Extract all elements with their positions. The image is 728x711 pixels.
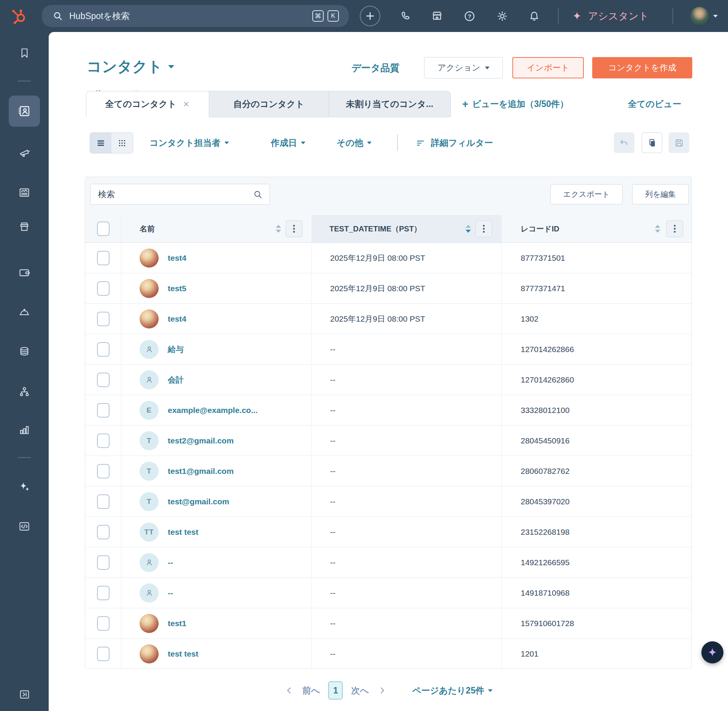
contact-name-link[interactable]: test test bbox=[168, 528, 199, 537]
tab-unassigned-contacts[interactable]: 未割り当てのコンタ... bbox=[329, 91, 451, 117]
sidebar-item-data[interactable] bbox=[14, 341, 35, 362]
global-search-input[interactable] bbox=[69, 11, 306, 21]
row-checkbox[interactable] bbox=[97, 342, 110, 357]
current-page-button[interactable]: 1 bbox=[328, 681, 343, 700]
next-page-button[interactable]: 次へ bbox=[351, 685, 369, 697]
edit-columns-button[interactable]: 列を編集 bbox=[632, 184, 689, 204]
contact-name-link[interactable]: example@example.co... bbox=[168, 406, 258, 415]
row-checkbox[interactable] bbox=[97, 403, 110, 418]
row-checkbox[interactable] bbox=[97, 647, 110, 661]
contact-name-link[interactable]: -- bbox=[168, 588, 173, 598]
assistant-button[interactable]: アシスタント bbox=[571, 0, 649, 32]
sidebar-item-breeze[interactable] bbox=[14, 476, 35, 497]
export-button[interactable]: エクスポート bbox=[550, 184, 623, 204]
contact-name-link[interactable]: test4 bbox=[168, 314, 186, 324]
tab-my-contacts[interactable]: 自分のコンタクト bbox=[209, 91, 329, 117]
filter-more[interactable]: その他 bbox=[337, 132, 372, 153]
sort-control[interactable] bbox=[466, 225, 471, 233]
sidebar-item-automations[interactable] bbox=[14, 381, 35, 402]
contact-name-link[interactable]: 会計 bbox=[168, 375, 184, 385]
undo-button[interactable] bbox=[614, 132, 634, 153]
row-checkbox[interactable] bbox=[97, 464, 110, 478]
sidebar-item-content[interactable] bbox=[14, 182, 35, 203]
page-title-dropdown[interactable]: コンタクト bbox=[87, 56, 174, 77]
contact-name-link[interactable]: test test bbox=[168, 649, 199, 658]
prev-page-button[interactable]: 前へ bbox=[302, 685, 320, 697]
filter-contact-owner[interactable]: コンタクト担当者 bbox=[149, 132, 229, 153]
column-header-record-id[interactable]: レコードID bbox=[501, 215, 692, 242]
add-view-button[interactable]: + ビューを追加（3/50件） bbox=[462, 91, 569, 117]
sidebar-item-commerce[interactable] bbox=[14, 216, 35, 238]
breeze-assistant-button[interactable] bbox=[701, 641, 723, 663]
calls-button[interactable] bbox=[397, 0, 414, 32]
column-header-test-datetime[interactable]: TEST_DATETIME（PST） bbox=[312, 215, 501, 242]
sidebar-item-payments[interactable] bbox=[14, 262, 35, 283]
sidebar-item-reporting[interactable] bbox=[14, 419, 35, 440]
chevron-left-icon[interactable] bbox=[284, 685, 294, 695]
notifications-button[interactable] bbox=[526, 0, 542, 32]
hubspot-logo-icon[interactable] bbox=[8, 4, 30, 28]
contact-name-link[interactable]: test2@gmail.com bbox=[168, 436, 234, 445]
list-view-button[interactable] bbox=[90, 133, 111, 153]
data-quality-link[interactable]: データ品質 bbox=[351, 62, 399, 74]
help-button[interactable]: ? bbox=[461, 0, 478, 32]
row-checkbox[interactable] bbox=[97, 555, 110, 570]
avatar-initials: T bbox=[147, 437, 152, 445]
contact-name-link[interactable]: test@gmail.com bbox=[168, 497, 229, 506]
row-checkbox[interactable] bbox=[97, 312, 110, 326]
column-menu-button[interactable] bbox=[475, 220, 492, 237]
board-view-button[interactable] bbox=[111, 133, 133, 153]
row-checkbox[interactable] bbox=[97, 616, 110, 631]
tab-all-contacts[interactable]: 全てのコンタクト bbox=[86, 91, 209, 117]
marketplace-button[interactable] bbox=[429, 0, 445, 32]
column-header-name[interactable]: 名前 bbox=[121, 215, 312, 242]
per-page-selector[interactable]: ページあたり25件 bbox=[412, 685, 493, 697]
create-plus-button[interactable] bbox=[360, 0, 380, 32]
filter-create-date[interactable]: 作成日 bbox=[271, 132, 305, 153]
import-button[interactable]: インポート bbox=[512, 57, 584, 78]
contact-name-link[interactable]: test1 bbox=[168, 619, 186, 628]
close-icon[interactable] bbox=[183, 100, 190, 108]
sort-control[interactable] bbox=[655, 225, 660, 233]
contact-name-link[interactable]: 給与 bbox=[168, 344, 184, 355]
actions-button[interactable]: アクション bbox=[424, 57, 503, 78]
column-menu-button[interactable] bbox=[286, 220, 302, 237]
row-checkbox-cell bbox=[85, 486, 121, 517]
contact-name-link[interactable]: test1@gmail.com bbox=[168, 467, 234, 476]
contact-name-link[interactable]: test5 bbox=[168, 284, 186, 293]
row-checkbox[interactable] bbox=[97, 251, 110, 265]
save-view-button[interactable] bbox=[669, 132, 689, 153]
sidebar-item-bookmarks[interactable] bbox=[14, 42, 35, 64]
account-menu[interactable] bbox=[687, 0, 721, 32]
filter-label: 作成日 bbox=[271, 137, 297, 149]
row-checkbox-cell bbox=[85, 547, 121, 577]
sidebar-item-service[interactable] bbox=[14, 301, 35, 323]
create-contact-button[interactable]: コンタクトを作成 bbox=[592, 57, 692, 78]
name-cell: -- bbox=[121, 578, 312, 608]
sort-control[interactable] bbox=[276, 225, 281, 233]
sidebar-expand-button[interactable] bbox=[14, 684, 35, 705]
column-menu-button[interactable] bbox=[666, 220, 683, 237]
table-search-input[interactable] bbox=[98, 190, 253, 199]
sidebar-item-marketing[interactable] bbox=[14, 142, 35, 163]
sidebar-item-crm-contacts[interactable] bbox=[9, 96, 40, 127]
table-search[interactable] bbox=[90, 184, 270, 205]
sidebar-item-developer[interactable] bbox=[14, 516, 35, 537]
global-search[interactable]: ⌘ K bbox=[42, 5, 349, 27]
row-checkbox[interactable] bbox=[97, 494, 110, 509]
row-checkbox[interactable] bbox=[97, 373, 110, 387]
row-checkbox[interactable] bbox=[97, 281, 110, 296]
select-all-checkbox[interactable] bbox=[97, 222, 110, 236]
settings-button[interactable] bbox=[494, 0, 510, 32]
all-views-link[interactable]: 全てのビュー bbox=[628, 91, 681, 117]
chevron-right-icon[interactable] bbox=[377, 685, 387, 695]
contact-name-link[interactable]: test4 bbox=[168, 253, 186, 263]
row-checkbox[interactable] bbox=[97, 586, 110, 600]
kebab-icon bbox=[293, 224, 295, 233]
row-checkbox[interactable] bbox=[97, 525, 110, 539]
contact-name-link[interactable]: -- bbox=[168, 558, 173, 567]
datetime-cell: -- bbox=[312, 547, 501, 577]
row-checkbox[interactable] bbox=[97, 434, 110, 448]
clone-view-button[interactable] bbox=[642, 132, 662, 153]
advanced-filters-button[interactable]: 詳細フィルター bbox=[416, 132, 493, 153]
